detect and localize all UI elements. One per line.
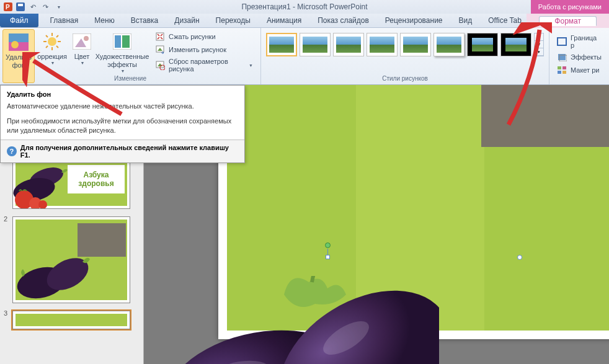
brightness-icon xyxy=(42,32,62,51)
picture-style-5[interactable] xyxy=(400,33,431,56)
tab-transitions[interactable]: Переходы xyxy=(208,14,259,27)
tab-insert[interactable]: Вставка xyxy=(123,14,167,27)
help-icon: ? xyxy=(7,146,17,156)
compress-pictures-button[interactable]: Сжать рисунки xyxy=(153,30,256,43)
svg-rect-21 xyxy=(122,35,130,48)
tooltip-help-row: ? Для получения дополнительных сведений … xyxy=(1,140,244,162)
eggplants-image xyxy=(14,247,95,303)
picture-style-4[interactable] xyxy=(367,33,398,56)
color-label: Цвет xyxy=(74,53,90,61)
chevron-down-icon: ▼ xyxy=(81,61,85,66)
remove-background-icon xyxy=(9,32,29,52)
picture-style-3[interactable] xyxy=(333,33,364,56)
svg-line-15 xyxy=(56,35,58,37)
picture-style-8[interactable] xyxy=(500,33,531,56)
tab-menu[interactable]: Меню xyxy=(86,14,122,27)
ribbon-group-picture-options: Граница р Эффекты Макет ри xyxy=(549,28,609,84)
tab-officetab[interactable]: Office Tab xyxy=(480,14,530,27)
svg-line-12 xyxy=(46,35,48,37)
picture-style-7[interactable] xyxy=(467,33,498,56)
chevron-down-icon: ▼ xyxy=(51,61,55,66)
tab-animation[interactable]: Анимация xyxy=(259,14,309,27)
svg-point-18 xyxy=(84,36,89,41)
slide-thumb-2-wrap[interactable]: 2 xyxy=(0,214,143,308)
window-title: Презентация1 - Microsoft PowerPoint xyxy=(241,2,367,11)
picture-selection[interactable] xyxy=(144,257,520,364)
slide-2-number: 2 xyxy=(4,215,7,223)
tab-view[interactable]: Вид xyxy=(451,14,481,27)
tab-design[interactable]: Дизайн xyxy=(166,14,207,27)
slide-thumb-1-wrap[interactable]: Азбука здоровья xyxy=(0,159,143,214)
contextual-tab-title: Работа с рисунками xyxy=(531,0,609,14)
svg-rect-33 xyxy=(558,71,561,74)
svg-rect-3 xyxy=(18,4,23,6)
scroll-up-icon[interactable]: ▲ xyxy=(535,33,543,41)
svg-rect-34 xyxy=(562,71,566,74)
picture-layout-label: Макет ри xyxy=(571,66,599,74)
expand-icon[interactable]: ▾ xyxy=(535,48,543,56)
ribbon-tabs: Файл Главная Меню Вставка Дизайн Переход… xyxy=(0,14,609,28)
vegetables-image xyxy=(12,164,76,209)
group-styles-label: Стили рисунков xyxy=(261,74,549,83)
resize-handle-n[interactable] xyxy=(326,255,330,259)
rotation-handle[interactable] xyxy=(325,242,331,248)
qat-redo-icon[interactable]: ↷ xyxy=(40,1,51,12)
tab-review[interactable]: Рецензирование xyxy=(377,14,451,27)
slide-thumb-3[interactable] xyxy=(12,311,130,329)
svg-point-6 xyxy=(11,41,19,48)
group-adjust-label: Изменение xyxy=(0,74,260,83)
reset-icon xyxy=(155,60,165,70)
change-picture-label: Изменить рисунок xyxy=(169,46,226,53)
chevron-down-icon: ▼ xyxy=(249,63,253,68)
gallery-expand-button[interactable]: ▲ ▼ ▾ xyxy=(534,33,544,56)
quick-access-toolbar: P ↶ ↷ ▼ xyxy=(0,1,64,12)
change-picture-button[interactable]: Изменить рисунок xyxy=(153,43,256,56)
picture-style-6[interactable] xyxy=(433,33,465,56)
picture-border-button[interactable]: Граница р xyxy=(554,33,604,50)
tab-home[interactable]: Главная xyxy=(42,14,87,27)
slide-thumb-1[interactable]: Азбука здоровья xyxy=(12,159,130,209)
svg-point-39 xyxy=(38,200,47,209)
svg-rect-22 xyxy=(156,33,164,40)
compress-icon xyxy=(155,32,165,42)
qat-undo-icon[interactable]: ↶ xyxy=(27,1,38,12)
svg-text:P: P xyxy=(6,4,10,11)
picture-border-label: Граница р xyxy=(571,34,602,49)
svg-rect-20 xyxy=(115,35,121,48)
picture-layout-button[interactable]: Макет ри xyxy=(554,64,604,76)
picture-effects-label: Эффекты xyxy=(571,53,602,61)
resize-handle-ne[interactable] xyxy=(517,255,522,260)
slide-thumb-2[interactable] xyxy=(12,216,130,303)
slide-thumb-3-wrap[interactable]: 3 xyxy=(0,308,143,334)
svg-line-14 xyxy=(46,46,48,48)
reset-picture-button[interactable]: Сброс параметров рисунка ▼ xyxy=(153,56,256,74)
remove-background-label: Удалить фон xyxy=(6,53,32,69)
scroll-down-icon[interactable]: ▼ xyxy=(535,41,543,48)
tab-format[interactable]: Формат xyxy=(539,16,597,26)
picture-effects-button[interactable]: Эффекты xyxy=(554,51,604,63)
tab-file[interactable]: Файл xyxy=(0,14,38,27)
picture-style-1[interactable] xyxy=(266,33,297,56)
svg-line-13 xyxy=(56,46,58,48)
ribbon: Удалить фон оррекция ▼ Цвет ▼ Х xyxy=(0,28,609,85)
content-placeholder[interactable] xyxy=(481,85,609,147)
svg-rect-32 xyxy=(562,66,566,69)
qat-save-icon[interactable] xyxy=(15,1,26,12)
qat-customize-icon[interactable]: ▼ xyxy=(53,1,64,12)
corrections-label: оррекция xyxy=(37,53,67,61)
picture-styles-gallery: ▲ ▼ ▾ xyxy=(264,29,546,68)
picture-style-2[interactable] xyxy=(300,33,331,56)
color-icon xyxy=(72,32,92,51)
tab-slideshow[interactable]: Показ слайдов xyxy=(309,14,377,27)
effects-icon xyxy=(557,52,567,62)
compress-label: Сжать рисунки xyxy=(169,33,216,40)
contextual-tab-area: Формат xyxy=(527,14,609,28)
tooltip-remove-background: Удалить фон Автоматическое удаление неже… xyxy=(0,85,245,163)
layout-icon xyxy=(557,65,567,75)
qat-powerpoint-icon[interactable]: P xyxy=(2,1,14,12)
tooltip-title: Удалить фон xyxy=(1,86,244,100)
eggplant-picture[interactable] xyxy=(160,276,439,364)
artistic-label: Художественные эффекты xyxy=(96,53,149,69)
ribbon-group-picture-styles: ▲ ▼ ▾ Стили рисунков xyxy=(261,28,549,84)
title-bar: P ↶ ↷ ▼ Презентация1 - Microsoft PowerPo… xyxy=(0,0,609,14)
